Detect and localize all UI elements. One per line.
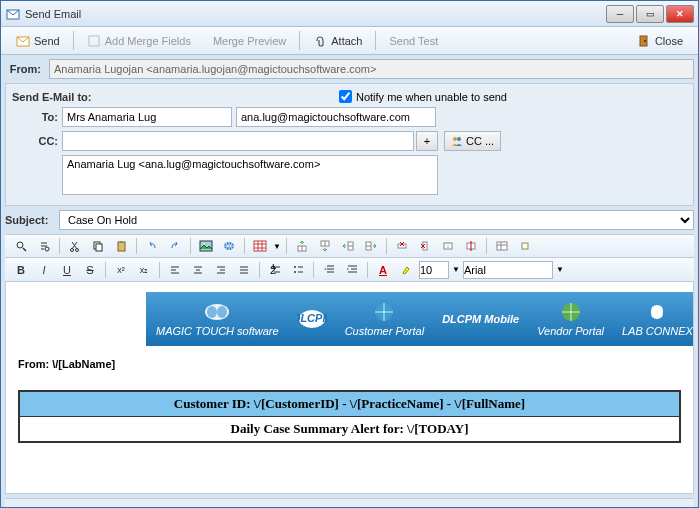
cc-field[interactable] — [62, 131, 414, 151]
dropdown-icon[interactable]: ▼ — [556, 265, 564, 274]
close-label: Close — [655, 35, 683, 47]
font-name-field[interactable] — [463, 261, 553, 279]
send-button[interactable]: Send — [5, 29, 71, 52]
cc-browse-button[interactable]: CC ... — [444, 131, 501, 151]
merge-icon — [87, 34, 101, 48]
notify-checkbox[interactable]: Notify me when unable to send — [339, 90, 507, 103]
align-left-button[interactable] — [165, 261, 185, 279]
svg-point-74 — [217, 306, 227, 318]
send-test-label: Send Test — [389, 35, 438, 47]
add-merge-label: Add Merge Fields — [105, 35, 191, 47]
from-label: From: — [5, 63, 45, 75]
send-to-label: Send E-Mail to: — [12, 91, 102, 103]
table-row-before-button[interactable] — [292, 237, 312, 255]
editor-toolbar-1: ▼ — [5, 234, 694, 258]
svg-point-7 — [17, 242, 23, 248]
svg-text:2: 2 — [270, 264, 276, 276]
maximize-button[interactable]: ▭ — [636, 5, 664, 23]
minimize-button[interactable]: ─ — [606, 5, 634, 23]
svg-rect-15 — [120, 241, 123, 243]
align-right-button[interactable] — [211, 261, 231, 279]
superscript-button[interactable]: x² — [111, 261, 131, 279]
send-to-section: Send E-Mail to: Notify me when unable to… — [5, 83, 694, 206]
table-summary-row: Daily Case Summary Alert for: \/[TODAY] — [19, 417, 680, 443]
notify-label: Notify me when unable to send — [356, 91, 507, 103]
insert-link-button[interactable] — [219, 237, 239, 255]
italic-button[interactable]: I — [34, 261, 54, 279]
align-center-button[interactable] — [188, 261, 208, 279]
send-test-button[interactable]: Send Test — [378, 29, 449, 52]
replace-button[interactable] — [34, 237, 54, 255]
subject-field[interactable]: Case On Hold — [59, 210, 694, 230]
redo-button[interactable] — [165, 237, 185, 255]
title-bar: Send Email ─ ▭ ✕ — [1, 1, 698, 27]
table-delete-row-button[interactable] — [392, 237, 412, 255]
insert-image-button[interactable] — [196, 237, 216, 255]
svg-rect-16 — [200, 241, 212, 251]
dropdown-icon[interactable]: ▼ — [452, 265, 460, 274]
table-row-after-button[interactable] — [315, 237, 335, 255]
table-split-button[interactable] — [461, 237, 481, 255]
merge-preview-button[interactable]: Merge Preview — [202, 29, 297, 52]
bold-button[interactable]: B — [11, 261, 31, 279]
table-customer-row: Customer ID: \/[CustomerID] - \/[Practic… — [19, 391, 680, 417]
svg-point-5 — [453, 137, 457, 141]
email-banner: MAGIC TOUCH software DLCPMDLCPM NET Cust… — [146, 292, 693, 346]
svg-point-64 — [294, 271, 296, 273]
cut-button[interactable] — [65, 237, 85, 255]
svg-point-9 — [45, 247, 49, 251]
body-summary-table: Customer ID: \/[CustomerID] - \/[Practic… — [18, 390, 681, 443]
table-props-button[interactable] — [492, 237, 512, 255]
svg-point-11 — [76, 249, 79, 252]
table-col-before-button[interactable] — [338, 237, 358, 255]
svg-point-73 — [207, 306, 217, 318]
table-col-after-button[interactable] — [361, 237, 381, 255]
send-icon — [16, 34, 30, 48]
notify-checkbox-input[interactable] — [339, 90, 352, 103]
send-label: Send — [34, 35, 60, 47]
undo-button[interactable] — [142, 237, 162, 255]
svg-point-62 — [294, 266, 296, 268]
table-delete-col-button[interactable] — [415, 237, 435, 255]
cc-label: CC: — [12, 135, 62, 147]
font-size-field[interactable] — [419, 261, 449, 279]
subject-label: Subject: — [5, 214, 55, 226]
window-title: Send Email — [25, 8, 606, 20]
align-justify-button[interactable] — [234, 261, 254, 279]
to-email-field[interactable] — [236, 107, 436, 127]
email-body-editor[interactable]: MAGIC TOUCH software DLCPMDLCPM NET Cust… — [5, 282, 694, 494]
paste-button[interactable] — [111, 237, 131, 255]
find-button[interactable] — [11, 237, 31, 255]
app-icon — [5, 6, 21, 22]
add-merge-fields-button[interactable]: Add Merge Fields — [76, 29, 202, 52]
window-close-button[interactable]: ✕ — [666, 5, 694, 23]
copy-button[interactable] — [88, 237, 108, 255]
svg-rect-2 — [89, 36, 99, 46]
insert-table-button[interactable] — [250, 237, 270, 255]
numbered-list-button[interactable]: 12 — [265, 261, 285, 279]
bullet-list-button[interactable] — [288, 261, 308, 279]
banner-logo-dlcpm-mobile: DLCPM Mobile — [442, 313, 519, 325]
cc-browse-label: CC ... — [466, 135, 494, 147]
close-button[interactable]: Close — [626, 29, 694, 52]
merge-preview-label: Merge Preview — [213, 35, 286, 47]
to-name-field[interactable] — [62, 107, 232, 127]
dropdown-icon[interactable]: ▼ — [273, 242, 281, 251]
banner-logo-magictouch: MAGIC TOUCH software — [156, 301, 279, 337]
indent-button[interactable] — [342, 261, 362, 279]
svg-rect-14 — [118, 242, 125, 251]
subscript-button[interactable]: x₂ — [134, 261, 154, 279]
underline-button[interactable]: U — [57, 261, 77, 279]
highlight-button[interactable] — [396, 261, 416, 279]
attach-button[interactable]: Attach — [302, 29, 373, 52]
svg-rect-19 — [254, 241, 266, 251]
outdent-button[interactable] — [319, 261, 339, 279]
svg-line-8 — [23, 248, 26, 251]
font-color-button[interactable]: A — [373, 261, 393, 279]
cc-list[interactable]: Anamaria Lug <ana.lug@magictouchsoftware… — [62, 155, 438, 195]
cell-props-button[interactable] — [515, 237, 535, 255]
strike-button[interactable]: S — [80, 261, 100, 279]
cc-add-button[interactable]: + — [416, 131, 438, 151]
paperclip-icon — [313, 34, 327, 48]
table-merge-button[interactable] — [438, 237, 458, 255]
